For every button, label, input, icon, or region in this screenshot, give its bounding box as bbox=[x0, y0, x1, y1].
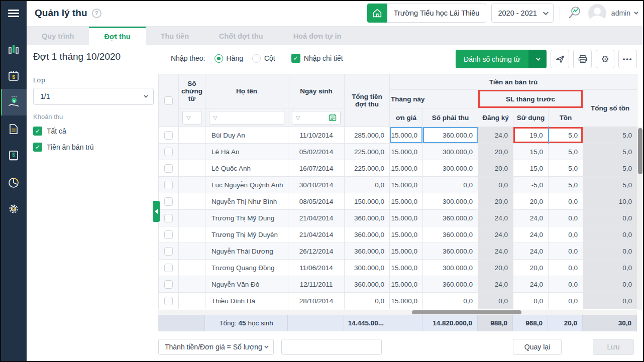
back-button[interactable]: Quay lại bbox=[513, 339, 562, 355]
left-cell[interactable]: 5,0 bbox=[549, 177, 583, 193]
class-dropdown[interactable]: 1/1 bbox=[33, 88, 154, 105]
price-cell[interactable]: 15.000,0 bbox=[390, 276, 423, 293]
panel-collapse-handle[interactable] bbox=[153, 201, 160, 222]
avatar[interactable] bbox=[588, 4, 606, 22]
row-checkbox[interactable] bbox=[164, 164, 173, 173]
vertical-scrollbar-thumb[interactable] bbox=[638, 128, 642, 174]
tab-thu-tien[interactable]: Thu tiền bbox=[146, 27, 204, 45]
price-cell[interactable]: 15.000,0 bbox=[390, 210, 423, 226]
voucher-cell[interactable] bbox=[179, 144, 205, 160]
used-cell[interactable]: 20,0 bbox=[513, 193, 549, 210]
tab-hoa-don-tu-in[interactable]: Hoá đơn tự in bbox=[278, 27, 357, 45]
amount-cell[interactable]: 300.000,0 bbox=[423, 193, 478, 210]
amount-cell[interactable]: 0,0 bbox=[423, 177, 478, 193]
number-voucher-caret[interactable] bbox=[528, 50, 547, 68]
radio-cot[interactable]: Cột bbox=[252, 54, 275, 63]
left-cell[interactable]: 0,0 bbox=[549, 260, 583, 276]
checkbox-tien-an-ban-tru[interactable]: ✓ Tiền ăn bán trú bbox=[33, 143, 154, 152]
voucher-cell[interactable] bbox=[179, 177, 205, 193]
price-cell[interactable]: 15.000,0 bbox=[390, 260, 423, 276]
amount-cell[interactable]: 360.000,0 bbox=[423, 276, 478, 293]
price-cell[interactable]: 15.000,0 bbox=[390, 243, 423, 260]
row-checkbox[interactable] bbox=[164, 297, 173, 305]
price-cell[interactable]: 15.000,0 bbox=[390, 177, 423, 193]
price-cell[interactable]: 15.000,0 bbox=[390, 144, 423, 160]
used-cell[interactable]: 0,0 bbox=[513, 293, 549, 309]
row-checkbox[interactable] bbox=[164, 197, 173, 206]
sidebar-item-fee-calendar[interactable]: $ bbox=[0, 62, 27, 89]
name-filter-input[interactable]: ▽ bbox=[209, 111, 284, 125]
left-cell[interactable]: 0,0 bbox=[549, 293, 583, 309]
left-cell[interactable]: 0,0 bbox=[549, 226, 583, 243]
select-all-checkbox[interactable] bbox=[164, 96, 173, 105]
send-button[interactable] bbox=[551, 50, 569, 68]
voucher-cell[interactable] bbox=[179, 293, 205, 309]
formula-dropdown[interactable]: Thành tiền/Đơn giá = Số lượng bbox=[158, 339, 274, 355]
voucher-cell[interactable] bbox=[179, 160, 205, 177]
voucher-cell[interactable] bbox=[179, 127, 205, 144]
used-cell[interactable]: 15,0 bbox=[513, 144, 549, 160]
tab-dot-thu[interactable]: Đợt thu bbox=[89, 27, 145, 45]
price-cell[interactable]: 15.000,0 bbox=[390, 226, 423, 243]
amount-cell[interactable]: 0,0 bbox=[423, 293, 478, 309]
sidebar-item-reports[interactable] bbox=[0, 169, 27, 195]
voucher-cell[interactable] bbox=[179, 193, 205, 210]
left-cell[interactable]: 5,0 bbox=[549, 127, 583, 144]
dob-filter-input[interactable]: ▽ bbox=[292, 111, 341, 125]
sidebar-item-collect-fees[interactable]: $ bbox=[0, 89, 27, 115]
row-checkbox[interactable] bbox=[164, 264, 173, 272]
left-cell[interactable]: 0,0 bbox=[549, 243, 583, 260]
sidebar-item-settings[interactable] bbox=[0, 195, 27, 222]
price-cell[interactable]: 15.000,0 bbox=[390, 160, 423, 177]
search-stats-icon[interactable] bbox=[566, 5, 583, 22]
left-cell[interactable]: 0,0 bbox=[549, 193, 583, 210]
voucher-cell[interactable] bbox=[179, 210, 205, 226]
amount-cell[interactable]: 300.000,0 bbox=[423, 260, 478, 276]
amount-cell[interactable]: 300.000,0 bbox=[423, 160, 478, 177]
row-checkbox[interactable] bbox=[164, 247, 173, 256]
price-cell[interactable]: 15.000,0 bbox=[390, 193, 423, 210]
amount-cell[interactable]: 360.000,0 bbox=[423, 210, 478, 226]
row-checkbox[interactable] bbox=[164, 214, 173, 222]
used-cell[interactable]: 24,0 bbox=[513, 276, 549, 293]
used-cell[interactable]: 24,0 bbox=[513, 210, 549, 226]
used-cell[interactable]: 15,0 bbox=[513, 160, 549, 177]
print-button[interactable] bbox=[573, 50, 592, 68]
user-menu[interactable]: admin bbox=[611, 9, 637, 17]
used-cell[interactable]: 24,0 bbox=[513, 226, 549, 243]
row-checkbox[interactable] bbox=[164, 131, 173, 140]
horizontal-scrollbar[interactable] bbox=[158, 310, 637, 315]
left-cell[interactable]: 5,0 bbox=[549, 160, 583, 177]
radio-hang[interactable]: Hàng bbox=[214, 54, 243, 63]
save-button[interactable]: Lưu bbox=[593, 339, 634, 355]
school-year-dropdown[interactable]: 2020 - 2021 bbox=[491, 4, 553, 23]
hamburger-menu-icon[interactable] bbox=[0, 0, 27, 27]
checkbox-nhap-chi-tiet[interactable]: ✓ Nhập chi tiết bbox=[291, 54, 343, 63]
voucher-cell[interactable] bbox=[179, 276, 205, 293]
used-cell[interactable]: 20,0 bbox=[513, 260, 549, 276]
left-cell[interactable]: 0,0 bbox=[549, 210, 583, 226]
tab-quy-trinh[interactable]: Quy trình bbox=[27, 27, 89, 45]
left-cell[interactable]: 0,0 bbox=[549, 276, 583, 293]
number-voucher-button[interactable]: Đánh số chứng từ bbox=[456, 50, 547, 68]
sidebar-item-documents[interactable] bbox=[0, 115, 27, 142]
voucher-cell[interactable] bbox=[179, 243, 205, 260]
help-icon[interactable]: ? bbox=[92, 9, 101, 18]
sidebar-item-dashboard[interactable] bbox=[0, 36, 27, 62]
amount-cell[interactable]: 360.000,0 bbox=[423, 127, 478, 144]
school-selector[interactable]: Trường Tiểu học Lái Thiêu bbox=[367, 4, 487, 23]
horizontal-scrollbar-thumb[interactable] bbox=[412, 310, 521, 314]
row-checkbox[interactable] bbox=[164, 230, 173, 239]
sidebar-item-ledger[interactable]: $ bbox=[0, 142, 27, 169]
price-cell[interactable]: 15.000,0 bbox=[390, 293, 423, 309]
amount-cell[interactable]: 360.000,0 bbox=[423, 226, 478, 243]
voucher-cell[interactable] bbox=[179, 226, 205, 243]
voucher-filter-input[interactable]: ▽ bbox=[182, 111, 201, 125]
left-cell[interactable]: 5,0 bbox=[549, 144, 583, 160]
used-cell[interactable]: 24,0 bbox=[513, 243, 549, 260]
vertical-scrollbar[interactable] bbox=[637, 127, 643, 310]
settings-button[interactable]: ⚙ bbox=[596, 50, 614, 68]
used-cell[interactable]: -5,0 bbox=[513, 177, 549, 193]
tab-chot-dot-thu[interactable]: Chốt đợt thu bbox=[204, 27, 278, 45]
row-checkbox[interactable] bbox=[164, 148, 173, 156]
